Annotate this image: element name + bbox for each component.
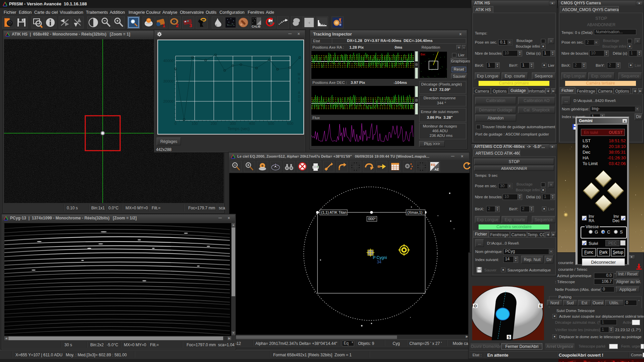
svg-text:U: U xyxy=(298,99,300,103)
svg-text:Bar.: Bar. xyxy=(420,53,426,56)
svg-text:500: 500 xyxy=(268,121,274,125)
svg-text:S: S xyxy=(508,335,510,339)
svg-text:M: M xyxy=(298,72,300,76)
svg-text:30000: 30000 xyxy=(163,79,174,83)
svg-text:(1,1) ATIK Titan: (1,1) ATIK Titan xyxy=(321,210,347,214)
svg-text:AZ: AZ xyxy=(435,168,439,171)
svg-text:0: 0 xyxy=(175,121,177,125)
svg-text:100: 100 xyxy=(192,121,198,125)
svg-text:Temps (sec): Temps (sec) xyxy=(228,126,249,131)
svg-text:2: 2 xyxy=(176,22,179,28)
svg-text:O: O xyxy=(474,304,477,308)
svg-text:34: 34 xyxy=(377,260,382,264)
svg-text:600: 600 xyxy=(287,121,293,125)
svg-text:D: D xyxy=(298,95,300,99)
svg-text:40000: 40000 xyxy=(163,59,174,63)
svg-text:EQ: EQ xyxy=(431,163,435,166)
svg-text:a: a xyxy=(298,76,300,80)
svg-text:E: E xyxy=(539,304,542,308)
svg-text:000°: 000° xyxy=(368,217,376,221)
svg-text:P Cygni: P Cygni xyxy=(373,255,387,260)
svg-text:CALIB: CALIB xyxy=(252,25,260,28)
svg-text:(Xmax,1): (Xmax,1) xyxy=(407,210,423,214)
svg-text:200: 200 xyxy=(211,121,217,125)
svg-text:20000: 20000 xyxy=(163,99,174,103)
svg-text:300: 300 xyxy=(230,121,236,125)
svg-text:3: 3 xyxy=(189,22,192,28)
svg-text:400: 400 xyxy=(249,121,255,125)
svg-text:x: x xyxy=(298,81,300,84)
svg-text:A: A xyxy=(298,91,300,95)
svg-text:1: 1 xyxy=(162,22,165,28)
